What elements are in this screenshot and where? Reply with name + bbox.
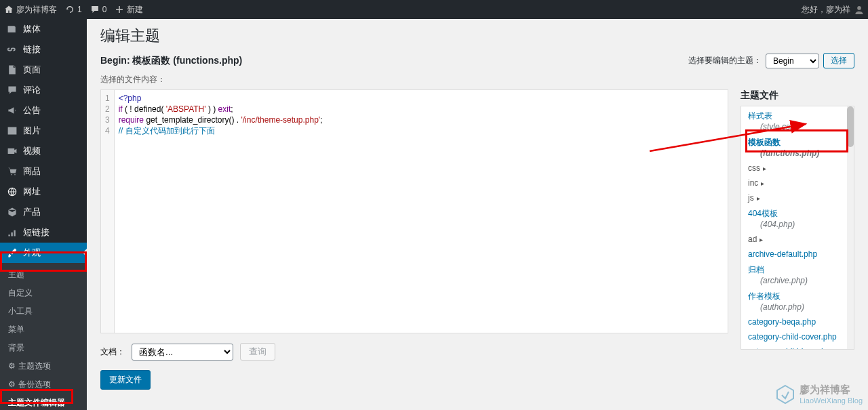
svg-point-0: [857, 6, 861, 10]
theme-file-item[interactable]: 归档(archive.php): [741, 262, 854, 288]
sidebar-label: 公告: [23, 104, 41, 117]
topbar-site[interactable]: 廖为祥博客: [4, 4, 57, 16]
sidebar-label: 图片: [23, 125, 41, 137]
theme-file-item[interactable]: archive-default.php: [741, 247, 854, 262]
megaphone-icon: [7, 105, 18, 116]
gear-icon: ⚙: [8, 361, 16, 371]
link-icon: [7, 44, 18, 55]
site-name: 廖为祥博客: [16, 4, 57, 16]
selected-file-label: 选择的文件内容：: [100, 74, 854, 85]
topbar-updates[interactable]: 1: [65, 5, 82, 14]
sidebar-label: 评论: [23, 84, 41, 96]
theme-file-item[interactable]: 404模板(404.php): [741, 205, 854, 232]
sidebar-item-comment[interactable]: 评论: [0, 80, 87, 100]
line-numbers: 1234: [101, 90, 115, 333]
submenu-item[interactable]: ⚙主题选项: [0, 357, 87, 375]
refresh-icon: [65, 5, 75, 14]
sidebar-item-appearance[interactable]: 外观: [0, 243, 87, 263]
lookup-button[interactable]: 查询: [240, 343, 275, 361]
new-label: 新建: [127, 4, 143, 16]
submenu-item[interactable]: ⚙备份选项: [0, 375, 87, 394]
theme-files-title: 主题文件: [741, 89, 854, 102]
sidebar-item-media[interactable]: 媒体: [0, 19, 87, 39]
comments-count: 0: [102, 5, 107, 14]
sidebar-label: 链接: [23, 43, 41, 56]
sidebar-label: 视频: [23, 145, 41, 157]
submenu-item[interactable]: 菜单: [0, 321, 87, 339]
updates-count: 1: [77, 5, 82, 14]
theme-file-item[interactable]: 作者模板(author.php): [741, 288, 854, 314]
watermark: 廖为祥博客 LiaoWeiXiang Blog: [775, 384, 863, 405]
cart-icon: [7, 166, 18, 177]
topbar-new[interactable]: 新建: [115, 4, 143, 16]
theme-file-item[interactable]: css: [741, 161, 854, 176]
sidebar-item-product[interactable]: 产品: [0, 202, 87, 222]
sidebar-item-megaphone[interactable]: 公告: [0, 100, 87, 121]
sidebar-item-chart[interactable]: 短链接: [0, 222, 87, 243]
sidebar-label: 商品: [23, 165, 41, 178]
image-icon: [7, 125, 18, 136]
sidebar-label: 短链接: [23, 226, 50, 239]
sidebar-label: 产品: [23, 206, 41, 218]
theme-file-item[interactable]: category-child-cover.php: [741, 329, 854, 344]
sidebar-item-page[interactable]: 页面: [0, 60, 87, 80]
sidebar-item-globe[interactable]: 网址: [0, 182, 87, 202]
video-icon: [7, 146, 18, 157]
main-content: 编辑主题 Begin: 模板函数 (functions.php) 选择要编辑的主…: [87, 19, 868, 410]
admin-sidebar: 媒体链接页面评论公告图片视频商品网址产品短链接 外观 主题自定义小工具菜单背景⚙…: [0, 19, 87, 410]
annotation-highlight-functions: [745, 129, 848, 152]
plus-icon: [115, 5, 124, 14]
sidebar-item-image[interactable]: 图片: [0, 121, 87, 141]
sidebar-label: 网址: [23, 186, 41, 198]
code-editor[interactable]: 1234 <?phpif ( ! defined( 'ABSPATH' ) ) …: [100, 89, 728, 333]
submenu-item[interactable]: 主题: [0, 266, 87, 284]
gear-icon: ⚙: [8, 380, 16, 389]
theme-file-item[interactable]: js: [741, 190, 854, 205]
sidebar-item-link[interactable]: 链接: [0, 39, 87, 60]
theme-file-item[interactable]: category-beqa.php: [741, 314, 854, 329]
sidebar-label: 外观: [23, 247, 41, 259]
comment-icon: [90, 5, 100, 14]
file-header: Begin: 模板函数 (functions.php): [100, 55, 242, 67]
watermark-logo-icon: [775, 384, 795, 405]
theme-file-item[interactable]: ad: [741, 232, 854, 247]
media-icon: [7, 24, 18, 35]
page-title: 编辑主题: [100, 26, 854, 46]
product-icon: [7, 207, 18, 218]
globe-icon: [7, 186, 18, 197]
chart-icon: [7, 227, 18, 238]
lookup-label: 文档：: [100, 346, 125, 358]
sidebar-label: 媒体: [23, 23, 41, 35]
brush-icon: [7, 247, 18, 258]
theme-select[interactable]: Begin: [766, 54, 819, 68]
admin-topbar: 廖为祥博客 1 0 新建 您好，廖为祥: [0, 0, 868, 19]
select-theme-button[interactable]: 选择: [823, 53, 854, 68]
sidebar-item-cart[interactable]: 商品: [0, 161, 87, 182]
code-content[interactable]: <?phpif ( ! defined( 'ABSPATH' ) ) exit;…: [115, 90, 728, 333]
theme-file-item[interactable]: inc: [741, 176, 854, 190]
update-file-button[interactable]: 更新文件: [100, 370, 151, 390]
comment-icon: [7, 85, 18, 96]
page-icon: [7, 64, 18, 75]
user-icon: [854, 5, 864, 14]
home-icon: [4, 5, 14, 14]
submenu-item[interactable]: 背景: [0, 339, 87, 357]
appearance-submenu: 主题自定义小工具菜单背景⚙主题选项⚙备份选项主题文件编辑器: [0, 263, 87, 410]
function-lookup-select[interactable]: 函数名...: [132, 344, 233, 361]
theme-select-label: 选择要编辑的主题：: [688, 55, 762, 66]
sidebar-label: 页面: [23, 64, 41, 76]
greeting[interactable]: 您好，廖为祥: [802, 4, 850, 16]
sidebar-item-video[interactable]: 视频: [0, 141, 87, 161]
submenu-item[interactable]: 小工具: [0, 302, 87, 321]
topbar-comments[interactable]: 0: [90, 5, 107, 14]
submenu-item[interactable]: 主题文件编辑器: [0, 394, 87, 410]
submenu-item[interactable]: 自定义: [0, 284, 87, 302]
theme-file-list[interactable]: 样式表(style.css)模板函数(functions.php)cssincj…: [741, 106, 854, 350]
theme-file-item[interactable]: category-child-img.php: [741, 344, 854, 350]
